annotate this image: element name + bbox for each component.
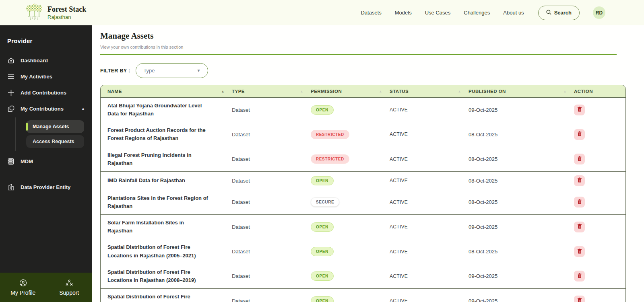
nav-link-challenges[interactable]: Challenges <box>464 10 490 16</box>
status-badge: ACTIVE <box>390 156 469 162</box>
nav-link-models[interactable]: Models <box>395 10 412 16</box>
published-date: 08-Oct-2025 <box>469 178 574 184</box>
permission-badge: OPEN <box>311 271 334 281</box>
status-badge: ACTIVE <box>390 131 469 137</box>
sort-arrow-icon[interactable]: ▲ <box>458 90 461 93</box>
support-icon <box>65 279 73 288</box>
nav-link-about-us[interactable]: About us <box>503 10 524 16</box>
brand-title: Forest Stack <box>47 5 86 14</box>
status-badge: ACTIVE <box>390 224 469 230</box>
asset-name: Spatial Distribution of Forest Fire Loca… <box>101 289 217 302</box>
permission-badge: RESTRICTED <box>311 154 349 164</box>
delete-button[interactable] <box>574 222 585 232</box>
plus-icon <box>7 89 14 96</box>
published-date: 09-Oct-2025 <box>469 107 574 113</box>
published-date: 08-Oct-2025 <box>469 249 574 255</box>
delete-button[interactable] <box>574 246 585 257</box>
asset-name: Forest Product Auction Records for the F… <box>101 122 217 146</box>
asset-type: Dataset <box>232 199 311 205</box>
table-row: Spatial Distribution of Forest Fire Loca… <box>101 289 625 302</box>
sort-arrow-icon[interactable]: ▲ <box>379 90 382 93</box>
trash-icon <box>577 273 582 279</box>
table-header-row: NAME ▲ TYPE ▲ PERMISSION ▲ STATUS ▲ PUBL… <box>101 85 625 98</box>
filter-row: FILTER BY : Type ▼ <box>100 63 626 78</box>
layers-icon <box>7 105 14 112</box>
column-header-status[interactable]: STATUS ▲ <box>390 86 469 97</box>
page-title: Manage Assets <box>100 31 626 41</box>
sidebar-item-dashboard[interactable]: Dashboard <box>0 52 92 68</box>
sidebar: Provider Dashboard My Activities <box>0 25 92 302</box>
column-header-action: ACTION <box>574 86 625 97</box>
delete-button[interactable] <box>574 129 585 140</box>
delete-button[interactable] <box>574 296 585 302</box>
delete-button[interactable] <box>574 175 585 186</box>
table-row: Atal Bhujal Yojana Groundwater Level Dat… <box>101 98 625 122</box>
column-header-published-on[interactable]: PUBLISHED ON ▲ <box>469 86 574 97</box>
sidebar-item-add-contributions[interactable]: Add Contributions <box>0 84 92 101</box>
sidebar-item-label: Add Contributions <box>21 90 66 96</box>
nav-link-datasets[interactable]: Datasets <box>361 10 381 16</box>
status-badge: ACTIVE <box>390 273 469 279</box>
sidebar-item-label: Dashboard <box>21 58 48 64</box>
my-profile-button[interactable]: My Profile <box>0 273 46 302</box>
published-date: 09-Oct-2025 <box>469 273 574 279</box>
trash-icon <box>577 224 582 230</box>
nav-link-use-cases[interactable]: Use Cases <box>425 10 451 16</box>
permission-badge: SECURE <box>311 197 339 207</box>
trash-icon <box>577 249 582 255</box>
table-row: Solar Farm Installation Sites in Rajasth… <box>101 215 625 239</box>
permission-badge: OPEN <box>311 247 334 256</box>
page-subtitle: View your own contributions in this sect… <box>100 45 626 49</box>
brand: Forest Stack Rajasthan <box>26 3 86 23</box>
asset-type: Dataset <box>232 249 311 255</box>
support-label: Support <box>59 290 79 296</box>
sidebar-item-label: MDM <box>21 158 33 164</box>
sort-arrow-icon[interactable]: ▲ <box>564 90 567 93</box>
search-icon <box>546 10 551 16</box>
delete-button[interactable] <box>574 105 585 115</box>
status-badge: ACTIVE <box>390 199 469 205</box>
sidebar-item-access-requests[interactable]: Access Requests <box>26 135 84 148</box>
asset-name: Spatial Distribution of Forest Fire Loca… <box>101 239 217 263</box>
sidebar-item-mdm[interactable]: MDM <box>0 153 92 169</box>
permission-badge: RESTRICTED <box>311 130 349 139</box>
permission-badge: OPEN <box>311 105 334 115</box>
delete-button[interactable] <box>574 197 585 207</box>
published-date: 08-Oct-2025 <box>469 131 574 138</box>
permission-badge: OPEN <box>311 176 334 185</box>
type-filter-dropdown[interactable]: Type ▼ <box>136 63 208 78</box>
published-date: 09-Oct-2025 <box>469 224 574 230</box>
sort-arrow-icon[interactable]: ▲ <box>300 90 303 93</box>
my-contributions-submenu: Manage Assets Access Requests <box>15 117 92 151</box>
building-icon <box>7 183 14 191</box>
column-header-name[interactable]: NAME ▲ <box>101 86 232 97</box>
sidebar-item-my-activities[interactable]: My Activities <box>0 68 92 84</box>
permission-badge: OPEN <box>311 296 334 302</box>
search-button-label: Search <box>554 10 572 16</box>
table-row: IMD Rainfall Data for Rajasthan Dataset … <box>101 172 625 190</box>
delete-button[interactable] <box>574 154 585 164</box>
sidebar-item-manage-assets[interactable]: Manage Assets <box>26 120 84 133</box>
sidebar-item-label: Data Provider Entity <box>21 184 70 190</box>
published-date: 09-Oct-2025 <box>469 298 574 302</box>
column-header-type[interactable]: TYPE ▲ <box>232 86 311 97</box>
support-button[interactable]: Support <box>46 273 93 302</box>
list-icon <box>7 73 14 80</box>
column-header-permission[interactable]: PERMISSION ▲ <box>311 86 390 97</box>
green-divider <box>100 54 617 55</box>
sidebar-item-data-provider-entity[interactable]: Data Provider Entity <box>0 179 92 195</box>
sidebar-item-my-contributions[interactable]: My Contributions ▲ <box>0 101 92 117</box>
status-badge: ACTIVE <box>390 107 469 113</box>
sort-arrow-icon[interactable]: ▲ <box>221 90 225 93</box>
table-row: Illegal Forest Pruning Incidents in Raja… <box>101 147 625 172</box>
search-button[interactable]: Search <box>538 6 580 20</box>
home-icon <box>7 57 14 64</box>
asset-type: Dataset <box>232 224 311 230</box>
brand-subtitle: Rajasthan <box>47 14 86 20</box>
database-icon <box>7 158 14 165</box>
delete-button[interactable] <box>574 271 585 281</box>
my-profile-label: My Profile <box>10 290 35 296</box>
trash-icon <box>577 107 582 113</box>
published-date: 08-Oct-2025 <box>469 156 574 162</box>
user-avatar[interactable]: RD <box>593 6 605 19</box>
